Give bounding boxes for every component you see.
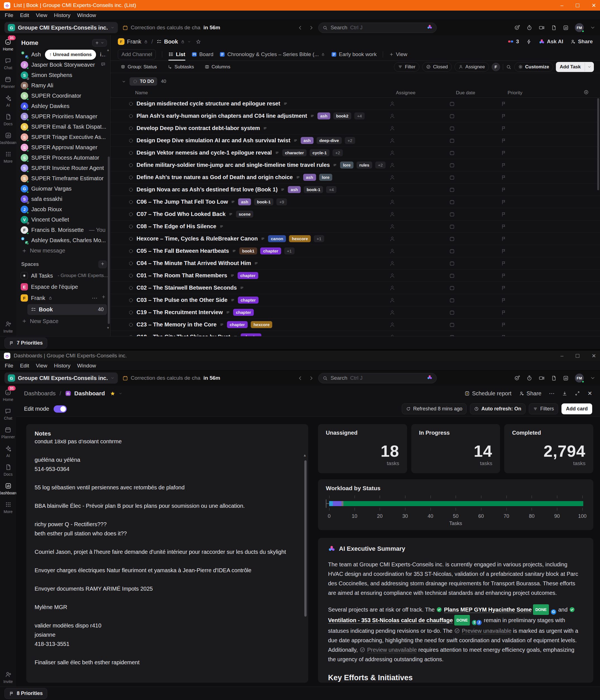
column-priority[interactable]: Priority — [508, 90, 569, 96]
task-row[interactable]: C02 – The Stairwell Between Seconds — [111, 282, 600, 294]
priority-cell[interactable] — [501, 310, 562, 315]
rail-item-home[interactable]: 31 Home — [3, 39, 13, 51]
assignee-cell[interactable] — [389, 223, 449, 230]
menu-file[interactable]: File — [2, 11, 17, 19]
note-line[interactable]: valider modèles dispo r410 — [34, 621, 300, 630]
group-collapse-icon[interactable] — [122, 79, 126, 84]
assignee-cell[interactable] — [389, 260, 449, 267]
note-line[interactable]: 514-953-0364 — [34, 465, 300, 474]
due-date-cell[interactable] — [449, 236, 501, 242]
preview-unavailable-link[interactable]: Preview unavailable — [462, 628, 511, 634]
due-date-cell[interactable] — [449, 187, 501, 193]
workspace-switcher[interactable]: G Groupe CMI Experts-Conseils inc. — [4, 372, 118, 384]
tag-scene[interactable]: scene — [236, 210, 254, 218]
priority-cell[interactable] — [501, 224, 562, 229]
tag-chapter[interactable]: chapter — [238, 272, 258, 279]
tag-book1[interactable]: book1 — [239, 248, 257, 254]
priorities-button[interactable]: 7 Priorities — [4, 338, 47, 348]
calendar-event[interactable]: Correction des calculs de chain 56m — [122, 375, 220, 381]
sidebar-item-all-tasks[interactable]: All Tasks- Groupe CMI Experts... — [16, 270, 110, 281]
tag-hexcore[interactable]: hexcore — [251, 321, 272, 328]
search-input[interactable]: SearchCtrl J — [318, 23, 437, 33]
columns-button[interactable]: Columns — [201, 62, 234, 72]
assignee-cell[interactable] — [389, 297, 449, 303]
calendar-event[interactable]: Correction des calculs de chain 56m — [122, 25, 220, 31]
column-due-date[interactable]: Due date — [456, 90, 508, 96]
sidebar-person[interactable]: SSUPER Timeframe Estimator — [16, 173, 110, 183]
assignee-cell[interactable] — [389, 334, 449, 336]
task-row[interactable]: Develop Deep Dive contract debt-labor sy… — [111, 122, 600, 134]
status-group-badge[interactable]: TO DO — [129, 77, 157, 86]
tag-canon[interactable]: canon — [268, 235, 286, 242]
scroll-down-icon[interactable]: ▼ — [106, 326, 110, 330]
rail-item-docs[interactable]: Docs — [4, 464, 13, 477]
notes-scrollbar[interactable] — [304, 460, 307, 617]
note-line[interactable]: beth esther pull station who does it?? — [34, 529, 300, 538]
bar-segment-green[interactable] — [343, 501, 583, 506]
note-line[interactable]: guéléna ou yéléna — [34, 455, 300, 465]
unread-mentions-tooltip[interactable]: ↑ Unread mentions — [45, 50, 96, 60]
due-date-cell[interactable] — [449, 248, 501, 254]
due-date-cell[interactable] — [449, 297, 501, 303]
priority-cell[interactable] — [501, 126, 562, 131]
rail-item-invite[interactable]: Invite — [3, 321, 13, 333]
note-line[interactable]: Mylène MGR — [34, 603, 300, 612]
sidebar-person[interactable]: SSUPER Invoice Router Agent — [16, 163, 110, 173]
more-options-button[interactable]: ⋯ — [549, 390, 554, 397]
tag-ash[interactable]: ash — [288, 186, 301, 193]
tag-ash[interactable]: ash — [317, 112, 330, 119]
rail-item-invite[interactable]: Invite — [3, 671, 13, 684]
add-task-dropdown[interactable] — [585, 63, 594, 71]
create-task-icon[interactable] — [514, 25, 520, 31]
assignee-cell[interactable] — [389, 138, 449, 144]
assignee-cell[interactable] — [389, 150, 449, 156]
favorite-star-icon[interactable] — [110, 391, 116, 397]
timer-icon[interactable] — [526, 375, 532, 381]
user-avatar[interactable]: FM — [575, 23, 584, 32]
breadcrumb-current[interactable]: Dashboard — [74, 390, 105, 397]
tag-ash[interactable]: ash — [301, 137, 314, 144]
rail-item-dashboard[interactable]: Dashboard — [0, 482, 18, 495]
rail-item-chat[interactable]: Chat — [4, 408, 12, 421]
list-scrollbar[interactable] — [597, 98, 599, 190]
tag-more[interactable]: +4 — [326, 186, 336, 193]
ai-summary-card[interactable]: AI Executive Summary The team at Groupe … — [318, 538, 593, 683]
tag-more[interactable]: +2 — [345, 137, 355, 144]
subtasks-button[interactable]: Subtasks — [164, 62, 198, 72]
task-row[interactable]: C07 – The God Who Looked Backscene — [111, 208, 600, 220]
due-date-cell[interactable] — [449, 113, 501, 119]
sidebar-scrollbar[interactable] — [108, 156, 110, 324]
task-row[interactable]: Design Nova arc as Ash’s destined first … — [111, 183, 600, 196]
note-line[interactable]: Finaliser salle élec beth esther rapidem… — [34, 658, 300, 667]
tag-chapter[interactable]: chapter — [260, 248, 281, 254]
tag-chapter[interactable]: chapter — [227, 321, 248, 328]
priorities-button[interactable]: 8 Priorities — [4, 688, 47, 699]
menu-file[interactable]: File — [2, 362, 17, 370]
refreshed-indicator[interactable]: Refreshed 8 mins ago — [402, 403, 466, 414]
tag-chapter[interactable]: chapter — [233, 309, 254, 316]
priority-cell[interactable] — [501, 236, 562, 242]
due-date-cell[interactable] — [449, 162, 501, 168]
due-date-cell[interactable] — [449, 285, 501, 291]
rail-item-dashboard[interactable]: Dashboard — [0, 132, 18, 145]
share-button[interactable]: Share — [519, 390, 542, 397]
sidebar-item-frank[interactable]: F Frank ⋯ — [16, 292, 110, 303]
sidebar-person[interactable]: VVincent Ouellet — [16, 215, 110, 225]
tag-hexcore[interactable]: hexcore — [289, 235, 311, 242]
reports-icon[interactable] — [563, 375, 569, 381]
bar-segment-blue[interactable] — [329, 501, 333, 506]
tag-more[interactable]: +9 — [277, 198, 287, 205]
tag-cycle-1[interactable]: cycle-1 — [310, 149, 330, 156]
due-date-cell[interactable] — [449, 126, 501, 131]
assignee-cell[interactable] — [389, 174, 449, 180]
tag-more[interactable]: +2 — [333, 149, 343, 156]
sidebar-person[interactable]: JJasper Book Storyweaver — [16, 60, 110, 70]
menu-history[interactable]: History — [51, 362, 73, 370]
priority-cell[interactable] — [501, 334, 562, 336]
search-icon[interactable] — [506, 64, 511, 70]
stat-card-completed[interactable]: Completed 2,794 tasks — [504, 424, 593, 473]
add-column-icon[interactable] — [583, 90, 589, 95]
assignee-cell[interactable] — [389, 113, 449, 119]
due-date-cell[interactable] — [449, 224, 501, 229]
notes-card[interactable]: Notes conduit 18x8 pas d'isolant confirm… — [26, 424, 308, 683]
